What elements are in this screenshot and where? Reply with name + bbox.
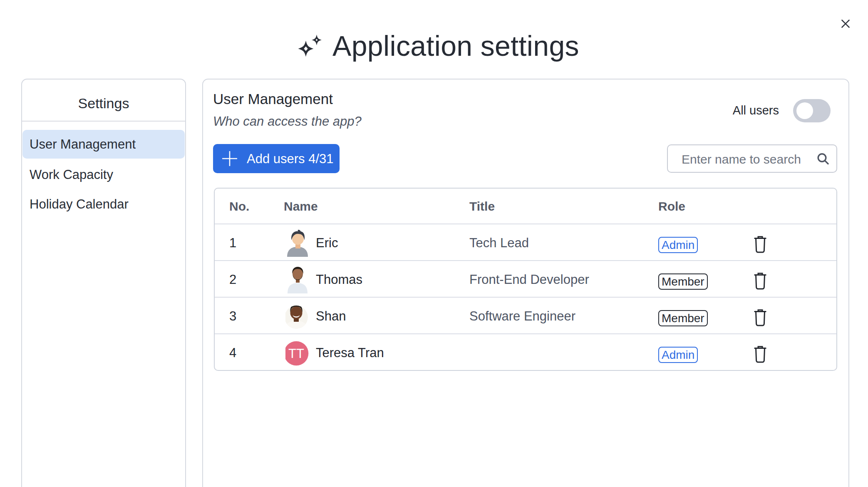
- svg-text:TT: TT: [288, 346, 304, 361]
